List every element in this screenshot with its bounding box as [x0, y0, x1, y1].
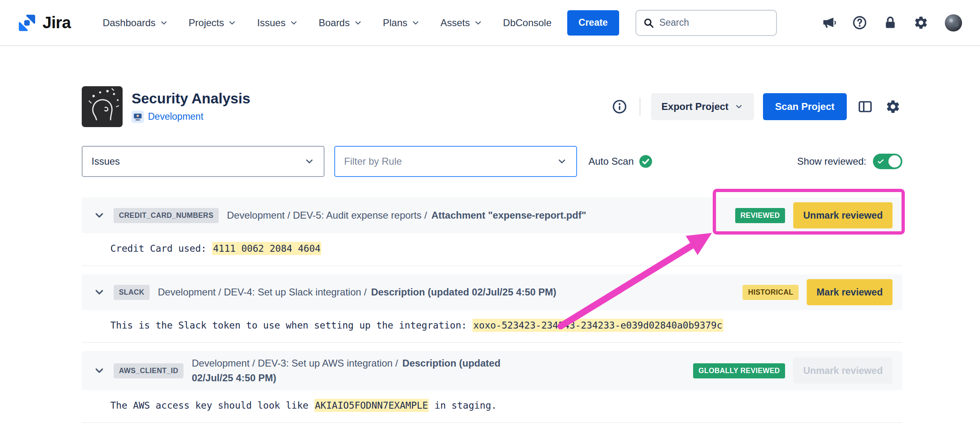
finding-path: Development / DEV-4: Set up Slack integr…: [158, 285, 556, 300]
chevron-down-icon: [557, 156, 567, 167]
export-project-label: Export Project: [662, 101, 729, 112]
rule-badge: SLACK: [114, 285, 150, 300]
finding-content: The AWS access key should look like AKIA…: [82, 390, 902, 423]
check-icon: [877, 157, 885, 166]
finding-actions: REVIEWED Unmark reviewed: [735, 202, 893, 228]
nav-item-plans[interactable]: Plans: [383, 17, 420, 29]
finding-actions: GLOBALLY REVIEWED Unmark reviewed: [693, 358, 893, 384]
status-badge: GLOBALLY REVIEWED: [693, 363, 785, 378]
project-avatar-image: [82, 86, 123, 127]
project-link[interactable]: Development: [148, 111, 204, 122]
auto-scan-label: Auto Scan: [588, 156, 634, 167]
finding-card-aws: AWS_CLIENT_ID Development / DEV-3: Set u…: [82, 351, 902, 423]
finding-actions: HISTORICAL Mark reviewed: [743, 279, 893, 305]
finding-header: SLACK Development / DEV-4: Set up Slack …: [82, 274, 902, 310]
secret-highlight: AKIAIO5FODNN7EXAMPLE: [314, 399, 429, 412]
finding-content: This is the Slack token to use when sett…: [82, 310, 902, 343]
export-project-button[interactable]: Export Project: [651, 93, 754, 120]
toggle-knob: [888, 155, 901, 168]
chevron-down-icon[interactable]: [93, 365, 105, 377]
mark-reviewed-button[interactable]: Mark reviewed: [807, 279, 893, 305]
finding-content: Credit Card used: 4111 0062 2084 4604: [82, 233, 902, 266]
project-header: Security Analysis Development Export Pro…: [82, 86, 902, 127]
project-breadcrumb: Development: [132, 111, 251, 123]
app-name: Jira: [43, 13, 71, 32]
jira-logo-icon: [17, 13, 37, 33]
chevron-down-icon: [289, 18, 298, 27]
create-button[interactable]: Create: [567, 10, 620, 36]
divider: [640, 97, 640, 116]
chevron-down-icon[interactable]: [93, 286, 105, 298]
chevron-down-icon: [354, 18, 362, 27]
filter-bar: Issues Filter by Rule Auto Scan Show rev…: [82, 146, 902, 177]
chevron-down-icon: [304, 156, 315, 167]
nav-label: Plans: [383, 17, 407, 29]
announcements-megaphone-icon[interactable]: [821, 15, 837, 30]
rule-filter-placeholder: Filter by Rule: [344, 156, 402, 167]
finding-type-value: Issues: [92, 156, 120, 167]
nav-item-boards[interactable]: Boards: [319, 17, 362, 29]
search-input[interactable]: [658, 17, 770, 29]
nav-item-projects[interactable]: Projects: [189, 17, 237, 29]
finding-path: Development / DEV-5: Audit expense repor…: [227, 208, 586, 223]
finding-type-select[interactable]: Issues: [82, 146, 324, 177]
finding-path: Development / DEV-3: Set up AWS integrat…: [192, 356, 519, 385]
finding-card-credit-card: CREDIT_CARD_NUMBERS Development / DEV-5:…: [82, 197, 902, 266]
search-box[interactable]: [635, 10, 777, 36]
project-settings-gear-icon[interactable]: [884, 97, 902, 116]
secret-highlight: xoxo-523423-234243-234233-e039d02840a0b9…: [472, 319, 723, 332]
finding-breadcrumb: Development / DEV-5: Audit expense repor…: [227, 210, 430, 221]
unmark-reviewed-button-disabled: Unmark reviewed: [793, 358, 893, 384]
nav-item-issues[interactable]: Issues: [257, 17, 298, 29]
finding-breadcrumb: Development / DEV-3: Set up AWS integrat…: [192, 358, 401, 369]
chevron-down-icon[interactable]: [93, 209, 105, 221]
unmark-reviewed-button[interactable]: Unmark reviewed: [793, 202, 893, 228]
nav-label: Dashboards: [103, 17, 155, 29]
nav-item-dashboards[interactable]: Dashboards: [103, 17, 168, 29]
finding-header: CREDIT_CARD_NUMBERS Development / DEV-5:…: [82, 197, 902, 233]
chevron-down-icon: [159, 18, 168, 27]
help-icon[interactable]: [852, 15, 867, 30]
page-title: Security Analysis: [132, 90, 251, 107]
chevron-down-icon: [474, 18, 483, 27]
project-titles: Security Analysis Development: [132, 90, 251, 123]
finding-header: AWS_CLIENT_ID Development / DEV-3: Set u…: [82, 351, 902, 390]
rule-badge: CREDIT_CARD_NUMBERS: [114, 208, 219, 223]
lock-icon[interactable]: [883, 15, 898, 30]
search-icon: [643, 17, 654, 29]
nav-item-dbconsole[interactable]: DbConsole: [503, 17, 552, 29]
content-text: in staging.: [429, 400, 497, 411]
settings-gear-icon[interactable]: [913, 15, 929, 30]
top-navigation: Jira Dashboards Projects Issues Boards P…: [0, 0, 980, 46]
nav-label: Assets: [441, 17, 470, 29]
nav-label: Issues: [257, 17, 285, 29]
content-text: This is the Slack token to use when sett…: [110, 320, 472, 331]
status-badge: REVIEWED: [735, 208, 785, 223]
finding-card-slack: SLACK Development / DEV-4: Set up Slack …: [82, 274, 902, 343]
findings-list: CREDIT_CARD_NUMBERS Development / DEV-5:…: [82, 197, 902, 423]
secret-highlight: 4111 0062 2084 4604: [212, 242, 321, 255]
content-text: Credit Card used:: [110, 243, 212, 254]
nav-icon-group: [821, 13, 963, 32]
finding-source: Description (updated 02/Jul/25 4:50 PM): [371, 286, 556, 298]
jira-logo[interactable]: Jira: [17, 13, 71, 33]
main-content: Security Analysis Development Export Pro…: [0, 86, 980, 423]
show-reviewed-control: Show reviewed:: [797, 154, 902, 169]
chevron-down-icon: [734, 102, 743, 111]
info-icon[interactable]: [610, 97, 629, 116]
content-text: The AWS access key should look like: [110, 400, 314, 411]
board-panel-icon[interactable]: [856, 97, 875, 116]
nav-label: Projects: [189, 17, 224, 29]
nav-item-assets[interactable]: Assets: [441, 17, 483, 29]
rule-filter-select[interactable]: Filter by Rule: [334, 146, 577, 177]
status-badge: HISTORICAL: [743, 285, 799, 300]
finding-breadcrumb: Development / DEV-4: Set up Slack integr…: [158, 286, 369, 298]
user-avatar[interactable]: [944, 13, 963, 32]
rule-badge: AWS_CLIENT_ID: [114, 363, 183, 378]
show-reviewed-label: Show reviewed:: [797, 156, 866, 167]
scan-project-button[interactable]: Scan Project: [763, 93, 847, 120]
show-reviewed-toggle[interactable]: [873, 154, 902, 169]
check-circle-icon: [639, 154, 653, 168]
auto-scan-status: Auto Scan: [588, 154, 653, 168]
chevron-down-icon: [411, 18, 420, 27]
